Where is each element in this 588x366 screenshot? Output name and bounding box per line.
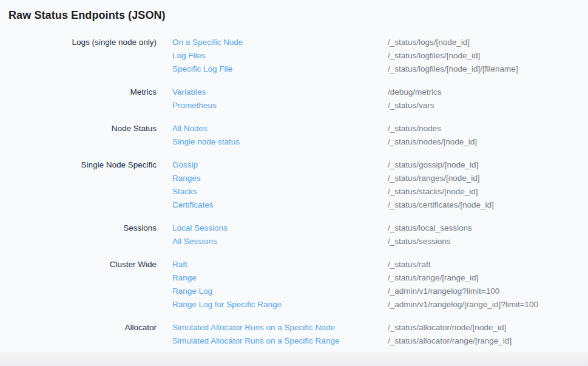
endpoint-path: /debug/metrics — [388, 86, 442, 99]
endpoint-rows: On a Specific Node /_status/logs/[node_i… — [157, 36, 518, 76]
endpoint-link[interactable]: Range Log for Specific Range — [172, 298, 388, 311]
endpoint-row: Range Log /_admin/v1/rangelog?limit=100 — [157, 285, 538, 298]
endpoint-rows: Variables /debug/metrics Prometheus /_st… — [157, 86, 442, 112]
endpoint-link[interactable]: All Nodes — [172, 122, 388, 135]
endpoint-section: Logs (single node only) On a Specific No… — [8, 36, 588, 76]
category-label: Logs (single node only) — [8, 36, 157, 49]
endpoint-row: Gossip /_status/gossip/[node_id] — [157, 158, 494, 172]
category-label: Sessions — [8, 222, 157, 235]
endpoint-section: Allocator Simulated Allocator Runs on a … — [8, 321, 588, 348]
endpoint-row: Simulated Allocator Runs on a Specific N… — [157, 321, 512, 334]
endpoint-row: Raft /_status/raft — [157, 258, 538, 271]
endpoint-path: /_status/nodes — [388, 122, 441, 135]
bottom-shadow — [0, 352, 588, 366]
endpoint-link[interactable]: Ranges — [172, 172, 388, 185]
endpoint-path: /_status/nodes/[node_id] — [388, 135, 477, 149]
endpoint-section: Cluster Wide Raft /_status/raft Range /_… — [8, 258, 588, 311]
endpoint-row: Ranges /_status/ranges/[node_id] — [157, 172, 494, 185]
endpoint-section: Metrics Variables /debug/metrics Prometh… — [8, 86, 588, 112]
endpoint-link[interactable]: Log Files — [172, 49, 388, 63]
endpoint-link[interactable]: Variables — [172, 86, 388, 99]
endpoint-rows: Raft /_status/raft Range /_status/range/… — [157, 258, 538, 311]
endpoint-path: /_status/logs/[node_id] — [388, 36, 470, 49]
endpoint-row: Prometheus /_status/vars — [157, 99, 442, 112]
endpoint-row: Stacks /_status/stacks/[node_id] — [157, 185, 494, 198]
endpoint-row: Variables /debug/metrics — [157, 86, 442, 99]
category-label: Cluster Wide — [8, 258, 157, 271]
category-label: Node Status — [8, 122, 157, 135]
endpoint-row: Single node status /_status/nodes/[node_… — [157, 135, 477, 149]
endpoint-path: /_status/gossip/[node_id] — [388, 158, 478, 172]
endpoint-path: /_status/range/[range_id] — [388, 271, 478, 285]
endpoint-row: On a Specific Node /_status/logs/[node_i… — [157, 36, 518, 49]
endpoint-path: /_status/certificates/[node_id] — [388, 198, 494, 212]
endpoint-link[interactable]: On a Specific Node — [172, 36, 388, 49]
endpoint-rows: All Nodes /_status/nodes Single node sta… — [157, 122, 477, 149]
endpoint-row: Simulated Allocator Runs on a Specific R… — [157, 334, 512, 348]
endpoint-link[interactable]: Range — [172, 271, 388, 285]
endpoint-path: /_status/vars — [388, 99, 434, 112]
endpoint-row: All Nodes /_status/nodes — [157, 122, 477, 135]
endpoint-row: All Sessions /_status/sessions — [157, 235, 472, 248]
endpoint-path: /_status/logfiles/[node_id]/[filename] — [388, 63, 518, 76]
endpoint-link[interactable]: Local Sessions — [172, 222, 388, 235]
endpoint-section: Node Status All Nodes /_status/nodes Sin… — [8, 122, 588, 149]
endpoint-link[interactable]: Specific Log File — [172, 63, 388, 76]
endpoint-row: Range /_status/range/[range_id] — [157, 271, 538, 285]
endpoint-link[interactable]: All Sessions — [172, 235, 388, 248]
endpoint-rows: Local Sessions /_status/local_sessions A… — [157, 222, 472, 248]
endpoint-path: /_status/raft — [388, 258, 431, 271]
endpoint-row: Specific Log File /_status/logfiles/[nod… — [157, 63, 518, 76]
endpoint-path: /_status/logfiles/[node_id] — [388, 49, 480, 63]
endpoint-row: Log Files /_status/logfiles/[node_id] — [157, 49, 518, 63]
endpoint-link[interactable]: Simulated Allocator Runs on a Specific R… — [172, 334, 388, 348]
category-label: Allocator — [8, 321, 157, 334]
endpoint-path: /_admin/v1/rangelog/[range_id]?limit=100 — [388, 298, 538, 311]
endpoint-link[interactable]: Range Log — [172, 285, 388, 298]
debug-endpoints-page: Raw Status Endpoints (JSON) Logs (single… — [0, 0, 588, 366]
endpoint-link[interactable]: Simulated Allocator Runs on a Specific N… — [172, 321, 388, 334]
endpoint-rows: Simulated Allocator Runs on a Specific N… — [157, 321, 512, 348]
endpoint-path: /_status/ranges/[node_id] — [388, 172, 480, 185]
endpoint-path: /_status/stacks/[node_id] — [388, 185, 478, 198]
endpoint-row: Local Sessions /_status/local_sessions — [157, 222, 472, 235]
page-title: Raw Status Endpoints (JSON) — [0, 0, 588, 22]
endpoint-path: /_status/sessions — [388, 235, 451, 248]
endpoint-link[interactable]: Single node status — [172, 135, 388, 149]
category-label: Single Node Specific — [8, 158, 157, 172]
endpoint-link[interactable]: Prometheus — [172, 99, 388, 112]
endpoint-link[interactable]: Gossip — [172, 158, 388, 172]
endpoint-sections-list: Logs (single node only) On a Specific No… — [0, 36, 588, 348]
endpoint-link[interactable]: Certificates — [172, 198, 388, 212]
endpoint-path: /_status/allocator/range/[range_id] — [388, 334, 512, 348]
endpoint-link[interactable]: Stacks — [172, 185, 388, 198]
endpoint-section: Single Node Specific Gossip /_status/gos… — [8, 158, 588, 212]
endpoint-path: /_status/local_sessions — [388, 222, 472, 235]
endpoint-row: Range Log for Specific Range /_admin/v1/… — [157, 298, 538, 311]
endpoint-row: Certificates /_status/certificates/[node… — [157, 198, 494, 212]
endpoint-path: /_admin/v1/rangelog?limit=100 — [388, 285, 499, 298]
endpoint-rows: Gossip /_status/gossip/[node_id] Ranges … — [157, 158, 494, 212]
endpoint-path: /_status/allocator/node/[node_id] — [388, 321, 506, 334]
endpoint-link[interactable]: Raft — [172, 258, 388, 271]
category-label: Metrics — [8, 86, 157, 99]
endpoint-section: Sessions Local Sessions /_status/local_s… — [8, 222, 588, 248]
